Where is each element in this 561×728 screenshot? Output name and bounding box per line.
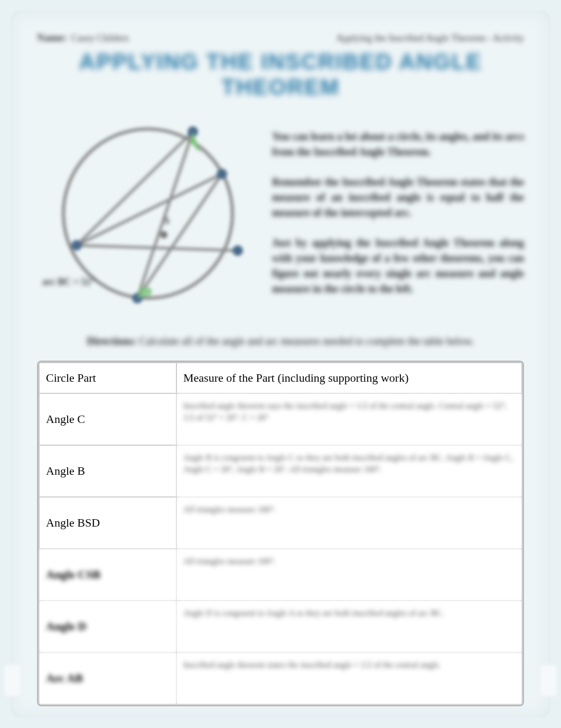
intro-para-1: You can learn a lot about a circle, its … xyxy=(272,129,524,160)
worksheet-page: Name: Casey Childers Applying the Inscri… xyxy=(11,11,550,717)
table-row: Angle DAngle D is congruent to Angle A s… xyxy=(39,601,522,652)
answers-table: Circle Part Measure of the Part (includi… xyxy=(39,362,522,705)
circle-part-cell: Angle B xyxy=(39,445,176,497)
table-row: Arc ABInscribed angle theorem states the… xyxy=(39,652,522,704)
header-left: Name: Casey Childers xyxy=(37,32,129,44)
table-header-row: Circle Part Measure of the Part (includi… xyxy=(39,363,522,393)
circle-part-cell: Arc AB xyxy=(39,652,176,704)
circle-part-cell: Angle BSD xyxy=(39,497,176,549)
measure-cell: Inscribed angle theorem states the inscr… xyxy=(176,652,522,704)
directions: Directions: Calculate all of the angle a… xyxy=(37,335,524,347)
col-header-measure: Measure of the Part (including supportin… xyxy=(176,363,522,393)
intro-text: You can learn a lot about a circle, its … xyxy=(272,113,524,314)
name-value: Casey Childers xyxy=(71,33,129,44)
measure-cell: Angle D is congruent to Angle A so they … xyxy=(176,601,522,652)
svg-point-0 xyxy=(63,129,232,298)
svg-point-11 xyxy=(160,231,167,238)
col-header-part: Circle Part xyxy=(39,363,176,393)
svg-point-8 xyxy=(232,245,243,256)
assignment-title: Applying the Inscribed Angle Theorem - A… xyxy=(336,33,524,44)
intro-para-3: Just by applying the Inscribed Angle The… xyxy=(272,235,524,297)
table-container: Circle Part Measure of the Part (includi… xyxy=(37,361,524,706)
svg-line-3 xyxy=(137,174,222,298)
svg-line-2 xyxy=(77,245,238,251)
page-title: APPLYING THE INSCRIBED ANGLE THEOREM xyxy=(37,49,524,100)
name-label: Name: xyxy=(37,32,67,44)
header-row: Name: Casey Childers Applying the Inscri… xyxy=(37,32,524,44)
directions-text: Calculate all of the angle and arc measu… xyxy=(139,335,474,347)
nav-prev-icon[interactable] xyxy=(4,665,20,696)
measure-cell: Inscribed angle theorem says the inscrib… xyxy=(176,393,522,445)
table-row: Angle CInscribed angle theorem says the … xyxy=(39,393,522,445)
svg-point-6 xyxy=(71,240,82,251)
measure-cell: All triangles measure 180°. xyxy=(176,497,522,549)
measure-cell: Angle B is congruent to Angle C so they … xyxy=(176,445,522,497)
table-row: Angle BSDAll triangles measure 180°. xyxy=(39,497,522,549)
intro-section: S arc BC = 52° You can learn a lot about… xyxy=(37,113,524,314)
svg-text:S: S xyxy=(164,215,170,226)
arc-label: arc BC = 52° xyxy=(42,277,95,288)
intro-para-2: Remember the Inscribed Angle Theorem sta… xyxy=(272,174,524,220)
diagram-container: S arc BC = 52° xyxy=(37,113,259,314)
circle-part-cell: Angle CSB xyxy=(39,549,176,601)
svg-point-7 xyxy=(217,169,227,179)
table-row: Angle BAngle B is congruent to Angle C s… xyxy=(39,445,522,497)
nav-next-icon[interactable] xyxy=(541,665,557,696)
circle-part-cell: Angle D xyxy=(39,601,176,652)
table-row: Angle CSBAll triangles measure 180°. xyxy=(39,549,522,601)
measure-cell: All triangles measure 180°. xyxy=(176,549,522,601)
directions-label: Directions: xyxy=(87,335,136,347)
svg-line-1 xyxy=(77,174,222,245)
circle-part-cell: Angle C xyxy=(39,393,176,445)
